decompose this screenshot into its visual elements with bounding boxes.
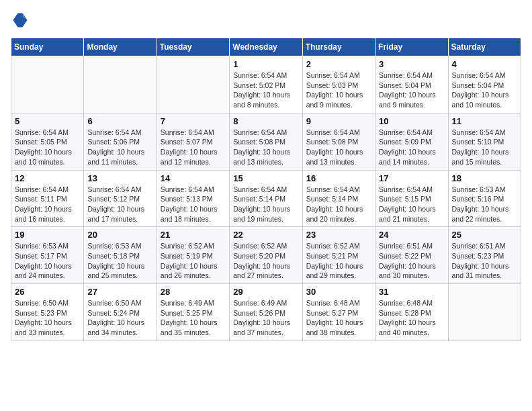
weekday-header-sunday: Sunday	[11, 38, 84, 56]
calendar-cell	[11, 56, 84, 113]
day-info: Sunrise: 6:48 AM Sunset: 5:27 PM Dayligh…	[306, 298, 371, 338]
calendar-cell: 2Sunrise: 6:54 AM Sunset: 5:03 PM Daylig…	[302, 56, 375, 113]
day-info: Sunrise: 6:54 AM Sunset: 5:07 PM Dayligh…	[161, 128, 226, 167]
day-number: 31	[379, 287, 444, 297]
calendar-cell: 15Sunrise: 6:54 AM Sunset: 5:14 PM Dayli…	[230, 170, 302, 227]
calendar-cell: 7Sunrise: 6:54 AM Sunset: 5:07 PM Daylig…	[157, 113, 229, 170]
day-info: Sunrise: 6:51 AM Sunset: 5:23 PM Dayligh…	[452, 241, 517, 281]
day-info: Sunrise: 6:54 AM Sunset: 5:09 PM Dayligh…	[379, 128, 444, 167]
day-number: 22	[233, 230, 298, 240]
calendar-week-4: 19Sunrise: 6:53 AM Sunset: 5:17 PM Dayli…	[11, 227, 521, 284]
calendar-cell: 24Sunrise: 6:51 AM Sunset: 5:22 PM Dayli…	[375, 227, 448, 284]
day-info: Sunrise: 6:54 AM Sunset: 5:08 PM Dayligh…	[306, 128, 371, 167]
day-info: Sunrise: 6:50 AM Sunset: 5:24 PM Dayligh…	[87, 298, 152, 338]
weekday-header-tuesday: Tuesday	[157, 38, 229, 56]
day-number: 21	[161, 230, 226, 240]
calendar-cell	[448, 284, 521, 341]
day-info: Sunrise: 6:54 AM Sunset: 5:14 PM Dayligh…	[233, 185, 298, 224]
calendar-cell: 5Sunrise: 6:54 AM Sunset: 5:05 PM Daylig…	[11, 113, 84, 170]
day-number: 24	[379, 230, 444, 240]
calendar-week-5: 26Sunrise: 6:50 AM Sunset: 5:23 PM Dayli…	[11, 284, 521, 341]
day-info: Sunrise: 6:52 AM Sunset: 5:21 PM Dayligh…	[306, 241, 371, 281]
calendar-cell: 20Sunrise: 6:53 AM Sunset: 5:18 PM Dayli…	[84, 227, 157, 284]
day-info: Sunrise: 6:54 AM Sunset: 5:12 PM Dayligh…	[87, 185, 152, 224]
day-number: 26	[15, 287, 80, 297]
weekday-header-saturday: Saturday	[448, 38, 521, 56]
day-info: Sunrise: 6:50 AM Sunset: 5:23 PM Dayligh…	[15, 298, 80, 338]
logo	[11, 11, 32, 30]
day-info: Sunrise: 6:54 AM Sunset: 5:06 PM Dayligh…	[87, 128, 152, 167]
calendar-cell	[84, 56, 157, 113]
weekday-header-row: SundayMondayTuesdayWednesdayThursdayFrid…	[11, 38, 521, 56]
calendar-cell: 25Sunrise: 6:51 AM Sunset: 5:23 PM Dayli…	[448, 227, 521, 284]
calendar-cell: 17Sunrise: 6:54 AM Sunset: 5:15 PM Dayli…	[375, 170, 448, 227]
day-number: 27	[87, 287, 152, 297]
day-info: Sunrise: 6:52 AM Sunset: 5:20 PM Dayligh…	[233, 241, 298, 281]
day-number: 12	[15, 173, 80, 183]
calendar-week-2: 5Sunrise: 6:54 AM Sunset: 5:05 PM Daylig…	[11, 113, 521, 170]
calendar-cell	[157, 56, 229, 113]
day-number: 20	[87, 230, 152, 240]
day-info: Sunrise: 6:54 AM Sunset: 5:04 PM Dayligh…	[379, 71, 444, 110]
day-number: 29	[233, 287, 298, 297]
calendar-cell: 28Sunrise: 6:49 AM Sunset: 5:25 PM Dayli…	[157, 284, 229, 341]
calendar-cell: 1Sunrise: 6:54 AM Sunset: 5:02 PM Daylig…	[230, 56, 302, 113]
calendar-cell: 4Sunrise: 6:54 AM Sunset: 5:04 PM Daylig…	[448, 56, 521, 113]
calendar-cell: 29Sunrise: 6:49 AM Sunset: 5:26 PM Dayli…	[230, 284, 302, 341]
weekday-header-thursday: Thursday	[302, 38, 375, 56]
day-info: Sunrise: 6:48 AM Sunset: 5:28 PM Dayligh…	[379, 298, 444, 338]
calendar-cell: 6Sunrise: 6:54 AM Sunset: 5:06 PM Daylig…	[84, 113, 157, 170]
day-info: Sunrise: 6:54 AM Sunset: 5:14 PM Dayligh…	[306, 185, 371, 224]
day-info: Sunrise: 6:54 AM Sunset: 5:03 PM Dayligh…	[306, 71, 371, 110]
calendar-cell: 22Sunrise: 6:52 AM Sunset: 5:20 PM Dayli…	[230, 227, 302, 284]
calendar-cell: 21Sunrise: 6:52 AM Sunset: 5:19 PM Dayli…	[157, 227, 229, 284]
day-info: Sunrise: 6:54 AM Sunset: 5:08 PM Dayligh…	[233, 128, 298, 167]
calendar-cell: 31Sunrise: 6:48 AM Sunset: 5:28 PM Dayli…	[375, 284, 448, 341]
day-number: 30	[306, 287, 371, 297]
day-info: Sunrise: 6:54 AM Sunset: 5:11 PM Dayligh…	[15, 185, 80, 224]
day-info: Sunrise: 6:54 AM Sunset: 5:10 PM Dayligh…	[452, 128, 517, 167]
day-number: 15	[233, 173, 298, 183]
day-info: Sunrise: 6:52 AM Sunset: 5:19 PM Dayligh…	[161, 241, 226, 281]
calendar-cell: 8Sunrise: 6:54 AM Sunset: 5:08 PM Daylig…	[230, 113, 302, 170]
logo-icon	[11, 11, 30, 30]
day-info: Sunrise: 6:54 AM Sunset: 5:05 PM Dayligh…	[15, 128, 80, 167]
calendar-cell: 11Sunrise: 6:54 AM Sunset: 5:10 PM Dayli…	[448, 113, 521, 170]
day-number: 11	[452, 116, 517, 126]
calendar-body: 1Sunrise: 6:54 AM Sunset: 5:02 PM Daylig…	[11, 56, 521, 341]
day-number: 28	[161, 287, 226, 297]
day-number: 23	[306, 230, 371, 240]
day-number: 4	[452, 59, 517, 69]
svg-marker-0	[13, 13, 28, 28]
day-number: 10	[379, 116, 444, 126]
day-number: 17	[379, 173, 444, 183]
day-info: Sunrise: 6:49 AM Sunset: 5:26 PM Dayligh…	[233, 298, 298, 338]
day-info: Sunrise: 6:53 AM Sunset: 5:18 PM Dayligh…	[87, 241, 152, 281]
calendar-cell: 18Sunrise: 6:53 AM Sunset: 5:16 PM Dayli…	[448, 170, 521, 227]
calendar-cell: 19Sunrise: 6:53 AM Sunset: 5:17 PM Dayli…	[11, 227, 84, 284]
day-info: Sunrise: 6:53 AM Sunset: 5:16 PM Dayligh…	[452, 185, 517, 224]
day-number: 14	[161, 173, 226, 183]
day-number: 16	[306, 173, 371, 183]
day-number: 1	[233, 59, 298, 69]
day-number: 6	[87, 116, 152, 126]
weekday-header-friday: Friday	[375, 38, 448, 56]
weekday-header-monday: Monday	[84, 38, 157, 56]
day-number: 13	[87, 173, 152, 183]
day-number: 2	[306, 59, 371, 69]
calendar-cell: 27Sunrise: 6:50 AM Sunset: 5:24 PM Dayli…	[84, 284, 157, 341]
calendar-header: SundayMondayTuesdayWednesdayThursdayFrid…	[11, 38, 521, 56]
calendar-week-1: 1Sunrise: 6:54 AM Sunset: 5:02 PM Daylig…	[11, 56, 521, 113]
calendar-cell: 14Sunrise: 6:54 AM Sunset: 5:13 PM Dayli…	[157, 170, 229, 227]
weekday-header-wednesday: Wednesday	[230, 38, 302, 56]
calendar-cell: 16Sunrise: 6:54 AM Sunset: 5:14 PM Dayli…	[302, 170, 375, 227]
day-info: Sunrise: 6:54 AM Sunset: 5:04 PM Dayligh…	[452, 71, 517, 110]
day-info: Sunrise: 6:51 AM Sunset: 5:22 PM Dayligh…	[379, 241, 444, 281]
calendar-cell: 30Sunrise: 6:48 AM Sunset: 5:27 PM Dayli…	[302, 284, 375, 341]
calendar-cell: 3Sunrise: 6:54 AM Sunset: 5:04 PM Daylig…	[375, 56, 448, 113]
day-info: Sunrise: 6:53 AM Sunset: 5:17 PM Dayligh…	[15, 241, 80, 281]
page-header	[11, 11, 521, 30]
day-number: 9	[306, 116, 371, 126]
day-info: Sunrise: 6:54 AM Sunset: 5:02 PM Dayligh…	[233, 71, 298, 110]
day-number: 19	[15, 230, 80, 240]
